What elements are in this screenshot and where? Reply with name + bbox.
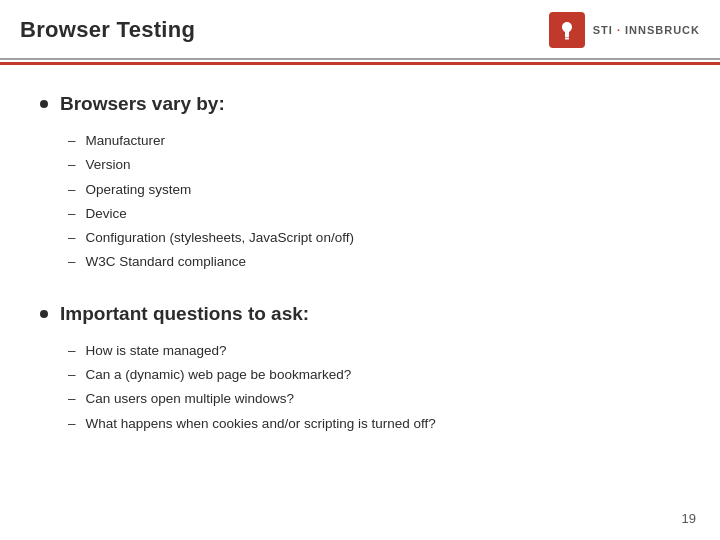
svg-rect-0 xyxy=(565,36,569,38)
list-item: –Device xyxy=(68,202,680,226)
list-item: –How is state managed? xyxy=(68,339,680,363)
main-content: Browsers vary by: –Manufacturer –Version… xyxy=(0,65,720,484)
browsers-vary-list: –Manufacturer –Version –Operating system… xyxy=(40,129,680,275)
logo-icon xyxy=(549,12,585,48)
page-title: Browser Testing xyxy=(20,17,195,43)
list-item: –Version xyxy=(68,153,680,177)
list-item: –Can a (dynamic) web page be bookmarked? xyxy=(68,363,680,387)
list-item: –Manufacturer xyxy=(68,129,680,153)
list-item: –W3C Standard compliance xyxy=(68,250,680,274)
logo-text-block: STI · INNSBRUCK xyxy=(593,24,700,36)
list-item: –What happens when cookies and/or script… xyxy=(68,412,680,436)
logo-brand: STI · INNSBRUCK xyxy=(593,24,700,36)
section-header-browsers: Browsers vary by: xyxy=(40,93,680,115)
section-important-questions: Important questions to ask: –How is stat… xyxy=(40,303,680,436)
bullet-icon xyxy=(40,310,48,318)
list-item: –Operating system xyxy=(68,178,680,202)
questions-list: –How is state managed? –Can a (dynamic) … xyxy=(40,339,680,436)
section-browsers-vary: Browsers vary by: –Manufacturer –Version… xyxy=(40,93,680,275)
svg-rect-1 xyxy=(565,38,569,40)
logo-area: STI · INNSBRUCK xyxy=(549,12,700,48)
page-number: 19 xyxy=(682,511,696,526)
section-title-browsers: Browsers vary by: xyxy=(60,93,225,115)
page-header: Browser Testing STI · INNSBRUCK xyxy=(0,0,720,60)
page-footer: 19 xyxy=(682,511,696,526)
list-item: –Can users open multiple windows? xyxy=(68,387,680,411)
section-title-questions: Important questions to ask: xyxy=(60,303,309,325)
section-header-questions: Important questions to ask: xyxy=(40,303,680,325)
list-item: –Configuration (stylesheets, JavaScript … xyxy=(68,226,680,250)
bullet-icon xyxy=(40,100,48,108)
